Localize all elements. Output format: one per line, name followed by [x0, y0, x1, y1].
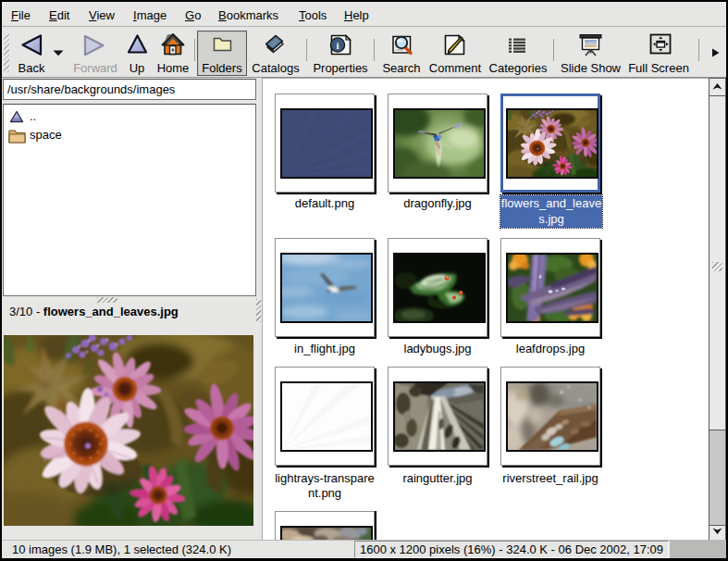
- svg-text:i: i: [336, 40, 339, 51]
